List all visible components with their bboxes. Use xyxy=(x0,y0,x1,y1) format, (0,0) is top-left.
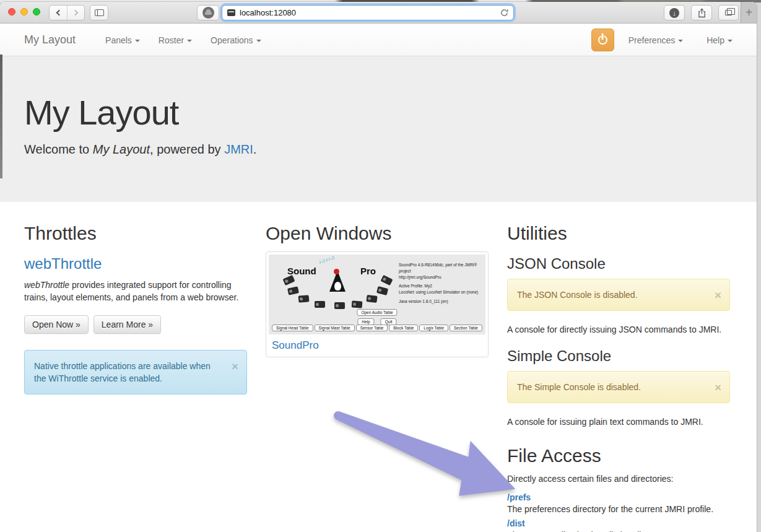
forward-button[interactable] xyxy=(67,6,84,20)
music-notes-icon: ♪♫♪♪♫ xyxy=(318,255,336,265)
hand-circle-icon xyxy=(202,7,214,19)
reload-icon[interactable] xyxy=(500,9,508,17)
chevron-right-icon xyxy=(72,10,78,16)
nav-item-operations[interactable]: Operations xyxy=(201,35,270,45)
power-icon xyxy=(598,35,607,45)
speaker-icon xyxy=(366,295,377,303)
speaker-icon xyxy=(352,300,363,308)
thumb-open-audio-table-button: Open Audio Table xyxy=(357,309,397,316)
withrottle-info-alert: Native throttle applications are availab… xyxy=(24,350,247,395)
throttles-column: Throttles webThrottle webThrottle provid… xyxy=(15,223,256,532)
nav-item-roster[interactable]: Roster xyxy=(149,35,201,45)
history-nav-group xyxy=(49,5,85,20)
web-page: My Layout Panels Roster Operations xyxy=(0,24,757,532)
speaker-icon xyxy=(298,295,310,302)
simple-console-heading: Simple Console xyxy=(507,347,730,365)
json-console-alert: The JSON Console is disabled. × xyxy=(507,279,730,311)
navbar-brand[interactable]: My Layout xyxy=(15,33,85,46)
plus-icon: + xyxy=(746,6,753,20)
welcome-text: Welcome to My Layout, powered by JMRI. xyxy=(24,142,757,157)
site-navbar: My Layout Panels Roster Operations xyxy=(0,24,757,56)
url-text: localhost:12080 xyxy=(240,8,500,17)
thumb-logix-table-button: Logix Table xyxy=(419,325,448,331)
nav-item-panels[interactable]: Panels xyxy=(96,35,149,45)
safari-window: localhost:12080 ↓ + My Layout xyxy=(0,2,757,532)
address-bar[interactable]: localhost:12080 xyxy=(222,5,514,20)
jmri-link[interactable]: JMRI xyxy=(224,142,253,156)
dist-description: The JMRI application installation direct… xyxy=(507,529,730,532)
page-title: My Layout xyxy=(24,92,757,133)
soundpro-info-text: SoundPro 4.6-R81496dc, part of the JMRI®… xyxy=(399,262,485,305)
prefs-description: The preferences directory for the curren… xyxy=(507,503,730,515)
thumb-sensor-table-button: Sensor Table xyxy=(356,325,388,331)
site-favicon xyxy=(227,9,235,16)
downloads-button[interactable]: ↓ xyxy=(664,5,685,20)
open-windows-heading: Open Windows xyxy=(266,223,489,244)
thumb-table-buttons: Signal Head Table Signal Mast Table Sens… xyxy=(272,325,482,331)
sidebar-toggle-button[interactable] xyxy=(90,5,108,20)
throttles-heading: Throttles xyxy=(24,223,247,244)
share-button[interactable] xyxy=(691,5,712,20)
chevron-down-icon xyxy=(678,40,683,42)
minimize-window-button[interactable] xyxy=(20,8,28,15)
utilities-heading: Utilities xyxy=(507,223,730,244)
jumbotron: My Layout Welcome to My Layout, powered … xyxy=(0,56,757,202)
soundpro-logo: ♪♫♪♪♫ Sound Pro xyxy=(282,258,394,310)
soundpro-thumbnail-card[interactable]: ♪♫♪♪♫ Sound Pro xyxy=(266,251,489,357)
json-console-heading: JSON Console xyxy=(507,255,730,273)
soundpro-window-screenshot: ♪♫♪♪♫ Sound Pro xyxy=(269,255,485,334)
thumb-block-table-button: Block Table xyxy=(389,325,418,331)
nav-item-help[interactable]: Help xyxy=(697,35,742,45)
speaker-icon xyxy=(376,286,388,295)
close-icon[interactable]: × xyxy=(715,287,721,304)
navbar-right-menu: Preferences Help xyxy=(591,28,742,51)
simple-console-alert: The Simple Console is disabled. × xyxy=(507,371,730,403)
dist-link[interactable]: /dist xyxy=(507,518,730,528)
background-window-edge xyxy=(0,55,2,178)
prefs-link[interactable]: /prefs xyxy=(507,492,730,502)
throttle-buttons: Open Now » Learn More » xyxy=(24,315,247,334)
speaker-icon xyxy=(380,275,393,286)
thumb-signal-head-table-button: Signal Head Table xyxy=(272,325,313,331)
layout-name: My Layout xyxy=(93,142,150,156)
chevron-down-icon xyxy=(728,40,733,42)
open-windows-column: Open Windows ♪♫♪♪♫ Sound Pro xyxy=(256,223,498,532)
thumb-section-table-button: Section Table xyxy=(450,325,482,331)
utilities-column: Utilities JSON Console The JSON Console … xyxy=(498,223,739,532)
chevron-down-icon xyxy=(187,40,192,42)
learn-more-button[interactable]: Learn More » xyxy=(93,315,161,334)
webthrottle-description: webThrottle provides integrated support … xyxy=(24,279,247,304)
nav-item-preferences[interactable]: Preferences xyxy=(619,35,692,45)
browser-toolbar: localhost:12080 ↓ + xyxy=(0,2,757,24)
close-icon[interactable]: × xyxy=(232,358,238,375)
show-all-tabs-button[interactable] xyxy=(718,5,739,20)
open-now-button[interactable]: Open Now » xyxy=(24,315,89,334)
chevron-down-icon xyxy=(135,40,140,42)
content-blocker-extension-button[interactable] xyxy=(197,5,219,20)
back-button[interactable] xyxy=(50,6,67,20)
simple-console-description: A console for issuing plain text command… xyxy=(507,416,730,428)
speaker-icon xyxy=(315,301,325,308)
share-icon xyxy=(698,8,706,18)
json-console-description: A console for directly issuing JSON comm… xyxy=(507,323,730,336)
webthrottle-link[interactable]: webThrottle xyxy=(24,255,102,272)
speaker-icon xyxy=(334,302,345,309)
speaker-icon xyxy=(282,275,295,286)
thumb-signal-mast-table-button: Signal Mast Table xyxy=(315,325,355,331)
close-icon[interactable]: × xyxy=(715,379,721,396)
power-button[interactable] xyxy=(591,28,614,51)
zoom-window-button[interactable] xyxy=(33,8,40,15)
file-access-intro: Directly access certain files and direct… xyxy=(507,473,730,485)
content-columns: Throttles webThrottle webThrottle provid… xyxy=(15,202,742,532)
sidebar-icon xyxy=(95,9,104,16)
new-tab-button[interactable]: + xyxy=(741,2,757,23)
navbar-left-menu: Panels Roster Operations xyxy=(96,35,271,45)
tabs-icon xyxy=(725,10,732,15)
chevron-down-icon xyxy=(256,40,261,42)
chevron-left-icon xyxy=(56,10,63,16)
close-window-button[interactable] xyxy=(8,8,15,15)
file-access-heading: File Access xyxy=(507,445,730,466)
soundpro-link[interactable]: SoundPro xyxy=(272,339,319,351)
speaker-icon xyxy=(287,286,299,295)
download-icon: ↓ xyxy=(669,8,679,18)
